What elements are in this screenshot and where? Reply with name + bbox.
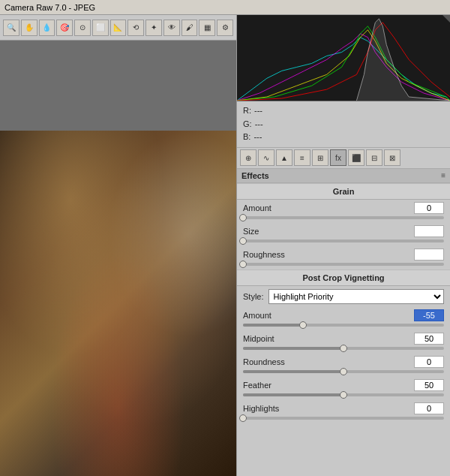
grain-roughness-label-row: Roughness (243, 249, 444, 261)
roundness-thumb[interactable] (340, 368, 347, 375)
rgb-values: R: --- G: --- B: --- (237, 101, 450, 148)
tab-basic[interactable]: ⊕ (240, 149, 256, 166)
feather-label: Feather (243, 381, 272, 390)
highlights-track[interactable] (243, 417, 444, 420)
preferences-button[interactable]: ⚙ (217, 20, 233, 36)
postcrop-amount-row: Amount (237, 307, 450, 330)
grain-size-track[interactable] (243, 240, 444, 243)
roundness-label-row: Roundness (243, 356, 444, 368)
straighten-tool[interactable]: 📐 (110, 20, 127, 36)
grain-size-row: Size (237, 223, 450, 246)
postcrop-amount-thumb[interactable] (299, 321, 307, 329)
tab-presets[interactable]: ⊟ (366, 149, 382, 166)
postcrop-amount-value[interactable] (414, 309, 444, 321)
graduated-filter-tool[interactable]: ▦ (199, 20, 215, 36)
postcrop-amount-fill (243, 324, 303, 327)
grain-section-title: Grain (237, 183, 450, 200)
tab-color[interactable]: ≡ (294, 149, 310, 166)
tab-hsl[interactable]: ▲ (276, 149, 292, 166)
roundness-row: Roundness (237, 354, 450, 377)
title-bar: Camera Raw 7.0 - JPEG (0, 0, 450, 15)
redeye-tool[interactable]: 👁 (164, 20, 180, 36)
effects-panel[interactable]: Effects ≡ Grain Amount Size (237, 169, 450, 476)
tab-snapshots[interactable]: ⊠ (384, 149, 400, 166)
g-value: --- (255, 118, 263, 131)
style-select[interactable]: Highlight Priority Color Priority Paint … (268, 289, 444, 304)
target-adj-tool[interactable]: ⊙ (74, 20, 91, 36)
main-layout: 🔍 ✋ 💧 🎯 ⊙ ⬜ 📐 ⟲ ✦ 👁 🖌 ▦ ⚙ (0, 15, 450, 476)
effects-header: Effects ≡ (237, 169, 450, 183)
midpoint-label: Midpoint (243, 334, 274, 343)
zoom-tool[interactable]: 🔍 (3, 20, 20, 36)
midpoint-thumb[interactable] (340, 345, 347, 352)
grain-roughness-value[interactable] (414, 249, 444, 261)
photo-container (0, 131, 236, 476)
grain-size-value[interactable] (414, 225, 444, 237)
midpoint-row: Midpoint (237, 330, 450, 354)
feather-fill (243, 393, 344, 396)
grain-roughness-thumb[interactable] (239, 261, 247, 268)
tab-effects[interactable]: fx (330, 149, 346, 166)
b-label: B: (243, 131, 250, 144)
style-label: Style: (243, 292, 264, 301)
grain-amount-label-row: Amount (243, 202, 444, 214)
midpoint-fill (243, 347, 344, 350)
feather-value[interactable] (414, 379, 444, 391)
grain-amount-row: Amount (237, 200, 450, 223)
feather-row: Feather (237, 377, 450, 400)
image-area (0, 41, 236, 476)
color-sampler-tool[interactable]: 🎯 (56, 20, 73, 36)
effects-menu-icon[interactable]: ≡ (441, 171, 446, 179)
tab-split[interactable]: ⊞ (312, 149, 328, 166)
r-row: R: --- (243, 104, 444, 118)
left-panel: 🔍 ✋ 💧 🎯 ⊙ ⬜ 📐 ⟲ ✦ 👁 🖌 ▦ ⚙ (0, 15, 236, 476)
transform-tool[interactable]: ⟲ (128, 20, 144, 36)
roundness-label: Roundness (243, 357, 285, 366)
roundness-fill (243, 370, 344, 373)
highlights-thumb[interactable] (239, 414, 247, 422)
right-panel: R: --- G: --- B: --- ⊕ ∿ ▲ ≡ ⊞ fx ⬛ ⊟ ⊠ (236, 15, 450, 476)
hand-tool[interactable]: ✋ (21, 20, 38, 36)
healing-tool[interactable]: ✦ (146, 20, 162, 36)
title-text: Camera Raw 7.0 - JPEG (4, 3, 95, 12)
grain-roughness-label: Roughness (243, 250, 285, 259)
b-value: --- (254, 131, 262, 144)
post-crop-section-title: Post Crop Vignetting (237, 270, 450, 286)
eyedropper-tool[interactable]: 💧 (39, 20, 56, 36)
postcrop-amount-label-row: Amount (243, 309, 444, 321)
midpoint-value[interactable] (414, 333, 444, 345)
top-gray-area (0, 41, 236, 131)
highlights-row: Highlights (237, 400, 450, 423)
grain-size-thumb[interactable] (239, 237, 247, 245)
feather-label-row: Feather (243, 379, 444, 391)
grain-amount-label: Amount (243, 203, 272, 212)
grain-amount-value[interactable] (414, 202, 444, 214)
tabs-area: ⊕ ∿ ▲ ≡ ⊞ fx ⬛ ⊟ ⊠ (237, 148, 450, 169)
photo-image (0, 131, 236, 476)
b-row: B: --- (243, 131, 444, 144)
tab-camera-calibration[interactable]: ⬛ (348, 149, 364, 166)
tab-tone-curve[interactable]: ∿ (258, 149, 274, 166)
effects-title: Effects (242, 171, 269, 180)
postcrop-amount-label: Amount (243, 311, 272, 320)
histogram-chart (237, 15, 450, 101)
adjustment-brush-tool[interactable]: 🖌 (182, 20, 198, 36)
grain-roughness-track[interactable] (243, 263, 444, 266)
svg-rect-0 (237, 15, 450, 101)
feather-thumb[interactable] (340, 391, 347, 399)
roundness-value[interactable] (414, 356, 444, 368)
highlights-value[interactable] (414, 402, 444, 414)
grain-amount-track[interactable] (243, 216, 444, 219)
toolbar: 🔍 ✋ 💧 🎯 ⊙ ⬜ 📐 ⟲ ✦ 👁 🖌 ▦ ⚙ (0, 15, 236, 41)
postcrop-amount-track[interactable] (243, 324, 444, 327)
histogram-area (237, 15, 450, 101)
grain-size-label: Size (243, 227, 259, 236)
roundness-track[interactable] (243, 370, 444, 373)
midpoint-label-row: Midpoint (243, 333, 444, 345)
r-value: --- (254, 104, 262, 118)
highlights-label-row: Highlights (243, 402, 444, 414)
feather-track[interactable] (243, 393, 444, 396)
grain-amount-thumb[interactable] (239, 214, 247, 221)
crop-tool[interactable]: ⬜ (92, 20, 109, 36)
midpoint-track[interactable] (243, 347, 444, 350)
